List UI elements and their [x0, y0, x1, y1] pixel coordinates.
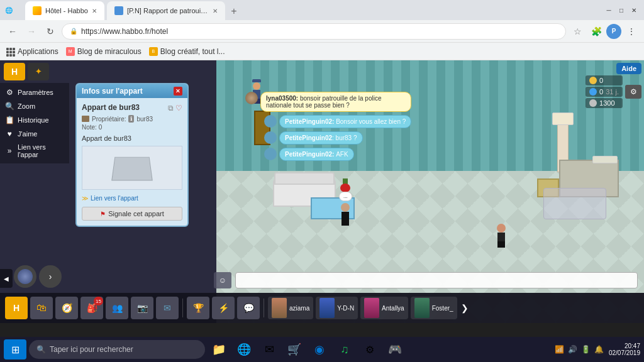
sidebar-item-parametres[interactable]: ⚙ Paramètres [0, 85, 69, 99]
catalog-icon: 🛍 [36, 302, 47, 314]
nav-icon-hotel[interactable]: H [5, 297, 28, 319]
habbo-logo-icon: H [11, 67, 18, 77]
taskbar-app-spotify[interactable]: ♫ [333, 339, 356, 359]
currency-val-3: 1300 [599, 99, 614, 107]
heart-icon[interactable]: ♡ [175, 104, 182, 112]
char-item-aziama[interactable]: aziama [268, 297, 313, 319]
file-explorer-icon: 📁 [212, 343, 226, 356]
back-button[interactable]: ← [5, 24, 20, 39]
currency-row-1: 0 [586, 75, 623, 85]
close-button[interactable]: ✕ [629, 5, 639, 15]
new-tab-button[interactable]: + [225, 3, 243, 20]
tab-1-close[interactable]: ✕ [92, 8, 97, 14]
sidebar-item-historique[interactable]: 📋 Historique [0, 113, 69, 127]
hotel-icon: H [13, 303, 19, 313]
char-torso-main1 [341, 212, 349, 221]
habbo-dark-icon: ✦ [35, 67, 42, 76]
nav-circle-btn-2[interactable]: › [39, 265, 62, 288]
search-bar[interactable]: 🔍 Taper ici pour rechercher [29, 340, 205, 359]
tab-2[interactable]: [P.N] Rapport de patrouilles de P... ✕ [107, 1, 225, 20]
taskbar-app-edge[interactable]: ◉ [308, 339, 331, 359]
tab-2-close[interactable]: ✕ [213, 8, 218, 14]
info-panel-body: Appart de bur83 ⧉ ♡ Propriétaire: ℹ bur8… [77, 98, 187, 226]
taskbar-app-store[interactable]: 🛒 [283, 339, 306, 359]
history-icon: 📋 [5, 116, 14, 124]
nav-icon-navigator[interactable]: 🧭 [55, 297, 78, 319]
nav-icon-messages[interactable]: ✉ [156, 297, 179, 319]
taskbar-app-extra[interactable]: 🎮 [384, 339, 406, 359]
profile-button[interactable]: P [606, 24, 621, 39]
lock-icon: 🔒 [70, 28, 77, 35]
tab-1[interactable]: Hôtel - Habbo ✕ [25, 1, 104, 20]
owner-label: Propriétaire: [92, 116, 126, 123]
char-name-antallya: Antallya [382, 305, 404, 312]
extensions-button[interactable]: 🧩 [589, 24, 604, 39]
nav-icon-catalog[interactable]: 🛍 [30, 297, 53, 319]
nav-icon-friends[interactable]: 👥 [106, 297, 128, 319]
habbo-logo-button[interactable]: H [4, 63, 25, 80]
forward-button[interactable]: → [24, 24, 39, 39]
store-icon: 🛒 [287, 343, 301, 356]
taskbar-app-file-explorer[interactable]: 📁 [208, 339, 230, 359]
char-item-ydn[interactable]: Y-D-N [316, 297, 358, 319]
settings-icon: ⚙ [5, 88, 14, 97]
room-link[interactable]: ≫ Lien vers l'appart [82, 195, 182, 202]
nav-more-arrow[interactable]: ❯ [460, 297, 470, 319]
coin-icon [589, 99, 597, 107]
copy-icon[interactable]: ⧉ [168, 104, 174, 112]
chat-emoji-button[interactable]: ☺ [214, 272, 231, 288]
nav-icon-achievements[interactable]: 🏆 [187, 297, 209, 319]
avatar-img-1 [245, 92, 258, 104]
window-controls: ─ □ ✕ [604, 5, 639, 15]
char-item-antallya[interactable]: Antallya [360, 297, 408, 319]
reload-button[interactable]: ↻ [43, 24, 58, 39]
bookmark-star-button[interactable]: ☆ [570, 24, 585, 39]
menu-button[interactable]: ⋮ [624, 24, 639, 39]
info-room-title: Appart de bur83 [82, 103, 140, 112]
settings-taskbar-icon: ⚙ [365, 344, 374, 356]
habbo-dark-button[interactable]: ✦ [28, 63, 49, 80]
report-button[interactable]: ⚑ Signale cet appart [82, 207, 182, 221]
report-label: Signale cet appart [108, 210, 164, 217]
nav-arrow-icon: › [49, 272, 52, 282]
info-description: Appart de bur83 [82, 134, 182, 142]
taskbar-app-settings[interactable]: ⚙ [358, 339, 381, 359]
char-head-main2 [497, 224, 506, 233]
taskbar-app-browser[interactable]: 🌐 [233, 339, 255, 359]
game-area[interactable]: H ✦ ... [0, 60, 644, 323]
nav-icon-camera[interactable]: 📷 [131, 297, 153, 319]
chat-avatar-1 [245, 92, 258, 104]
nav-icon-inventory[interactable]: 🎒 15 [80, 297, 103, 319]
address-input[interactable]: 🔒 https://www.habbo.fr/hotel [62, 23, 566, 40]
info-panel-close-button[interactable]: ✕ [174, 87, 182, 96]
char-item-foster[interactable]: Foster_ [411, 297, 457, 319]
chat-avatar-2 [264, 115, 277, 128]
sidebar-item-lien[interactable]: » Lien vers l'appar [0, 141, 69, 161]
taskbar-right: 📶 🔊 🔋 🔔 20:47 02/07/2019 [555, 343, 640, 356]
sidebar-label-zoom: Zoom [18, 102, 35, 110]
bookmark-apps[interactable]: Applications [6, 47, 58, 56]
sidebar-item-jaime[interactable]: ♥ J'aime [0, 127, 69, 141]
friends-icon: 👥 [112, 303, 123, 313]
zoom-icon: 🔍 [5, 102, 14, 111]
nav-separator-1 [182, 299, 183, 317]
nav-circle-btn[interactable] [14, 265, 36, 288]
extra-taskbar-icon: 🎮 [388, 343, 402, 356]
gear-button[interactable]: ⚙ [625, 85, 641, 99]
bookmark-blog-creatif[interactable]: B Blog créatif, tout l... [149, 47, 225, 56]
taskbar-app-mail[interactable]: ✉ [258, 339, 280, 359]
currency-val-2: 0 [599, 88, 603, 96]
nav-toggle-button[interactable]: ◀ [0, 269, 13, 288]
maximize-button[interactable]: □ [616, 5, 626, 15]
bookmark-miraculous[interactable]: M Blog de miraculous [66, 47, 142, 56]
start-button[interactable]: ⊞ [4, 339, 26, 359]
chat-input-field[interactable] [235, 272, 638, 288]
nav-avatar-img [18, 269, 33, 284]
nav-icon-extra[interactable]: ⚡ [212, 297, 235, 319]
nav-icon-chat[interactable]: 💬 [237, 297, 260, 319]
sidebar-item-zoom[interactable]: 🔍 Zoom [0, 99, 69, 113]
blog-label: Blog créatif, tout l... [160, 47, 225, 56]
help-button[interactable]: Aide [616, 63, 641, 74]
minimize-button[interactable]: ─ [604, 5, 614, 15]
tab-bar: Hôtel - Habbo ✕ [P.N] Rapport de patroui… [20, 0, 601, 20]
